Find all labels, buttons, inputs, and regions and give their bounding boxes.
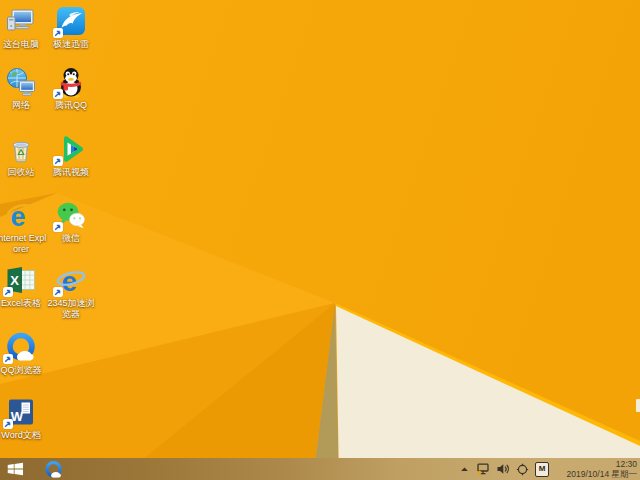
desktop-icon-label: 回收站 xyxy=(0,167,47,178)
desktop-icon-label: 网络 xyxy=(0,100,47,111)
qq-browser-icon xyxy=(44,460,63,479)
shortcut-arrow-icon xyxy=(3,287,13,297)
shortcut-arrow-icon xyxy=(53,287,63,297)
desktop-icon-excel[interactable]: Excel表格 xyxy=(0,264,47,309)
network-status-icon[interactable] xyxy=(476,462,490,476)
clock-time: 12:30 xyxy=(555,459,637,469)
this-pc-icon xyxy=(5,5,37,37)
windows-logo-icon xyxy=(6,461,25,477)
desktop-icon-label: 腾讯视频 xyxy=(45,167,97,178)
desktop-icon-wechat[interactable]: 微信 xyxy=(45,199,97,244)
taskbar: M 12:30 2019/10/14 星期一 xyxy=(0,458,640,480)
volume-icon[interactable] xyxy=(496,462,510,476)
desktop-icon-label: 极速迅雷 xyxy=(45,39,97,50)
internet-explorer-icon xyxy=(5,199,37,231)
desktop-icon-qq[interactable]: 腾讯QQ xyxy=(45,66,97,111)
desktop-icon-label: 2345加速浏览器 xyxy=(45,298,97,320)
desktop-icon-word[interactable]: Word文档 xyxy=(0,396,47,441)
recycle-bin-icon xyxy=(5,133,37,165)
desktop-icon-network[interactable]: 网络 xyxy=(0,66,47,111)
ime-indicator[interactable]: M xyxy=(535,462,549,477)
desktop-icon-label: 这台电脑 xyxy=(0,39,47,50)
desktop-icon-label: Internet Explorer xyxy=(0,233,47,255)
desktop-icon-label: QQ浏览器 xyxy=(0,365,47,376)
desktop-icon-label: Word文档 xyxy=(0,430,47,441)
clock-date: 2019/10/14 星期一 xyxy=(555,469,637,479)
desktop-icon-internet-explorer[interactable]: Internet Explorer xyxy=(0,199,47,255)
system-tray: M 12:30 2019/10/14 星期一 xyxy=(459,459,640,479)
desktop-icon-xunlei[interactable]: 极速迅雷 xyxy=(45,5,97,50)
desktop-icon-label: 微信 xyxy=(45,233,97,244)
shortcut-arrow-icon xyxy=(53,89,63,99)
screen-edge-fragment xyxy=(636,399,640,412)
desktop-icon-label: Excel表格 xyxy=(0,298,47,309)
shortcut-arrow-icon xyxy=(3,354,13,364)
desktop-icon-qq-browser[interactable]: QQ浏览器 xyxy=(0,331,47,376)
desktop-icon-tencent-video[interactable]: 腾讯视频 xyxy=(45,133,97,178)
taskbar-clock[interactable]: 12:30 2019/10/14 星期一 xyxy=(555,459,637,479)
network-icon xyxy=(5,66,37,98)
tray-utility-icon[interactable] xyxy=(516,463,529,476)
desktop-icon-recycle-bin[interactable]: 回收站 xyxy=(0,133,47,178)
shortcut-arrow-icon xyxy=(53,28,63,38)
shortcut-arrow-icon xyxy=(3,419,13,429)
desktop-icon-this-pc[interactable]: 这台电脑 xyxy=(0,5,47,50)
desktop: 这台电脑 极速迅雷 网络 腾讯QQ 回收站 腾讯视频 Internet Expl… xyxy=(0,0,640,480)
desktop-icon-2345-browser[interactable]: 2345加速浏览器 xyxy=(45,264,97,320)
shortcut-arrow-icon xyxy=(53,222,63,232)
shortcut-arrow-icon xyxy=(53,156,63,166)
start-button[interactable] xyxy=(0,458,30,480)
taskbar-qq-browser-button[interactable] xyxy=(38,458,68,480)
show-hidden-icons-button[interactable] xyxy=(459,464,470,475)
desktop-icon-label: 腾讯QQ xyxy=(45,100,97,111)
